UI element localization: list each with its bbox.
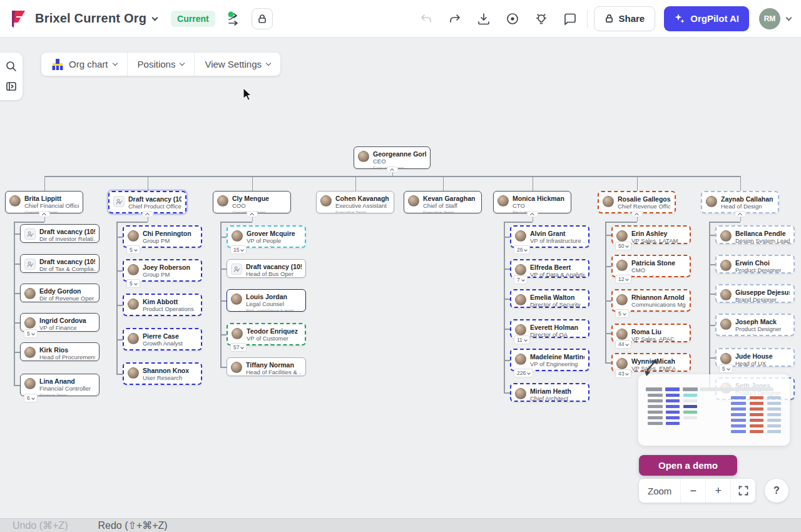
org-node[interactable]: Kirk RiosHead of Procurement [20, 342, 99, 361]
minimap-bar [767, 407, 781, 411]
report-count-badge[interactable]: 5 [126, 279, 140, 288]
account-chevron-down-icon[interactable] [786, 14, 792, 21]
org-node[interactable]: Cly MengueCOOOperations Team [213, 191, 291, 213]
zoom-label: Zoom [639, 486, 680, 496]
org-node[interactable]: Monica HickmanCTORecruitment [493, 191, 571, 213]
collapse-toggle[interactable] [387, 166, 398, 173]
app-header: Brixel Current Org Current [0, 0, 801, 38]
org-node[interactable]: Georgeanne GorkeCEOExecutive Team [354, 146, 431, 169]
org-node[interactable]: Patricia StoneCMOMarketing Team [611, 255, 691, 277]
report-count-badge[interactable]: 6 [24, 394, 38, 402]
search-icon[interactable] [3, 58, 20, 75]
report-count-badge[interactable]: 5 [24, 329, 38, 338]
org-node[interactable]: Lina AnandFinancial ControllerFinance Te… [20, 374, 99, 396]
title-chevron-down-icon[interactable] [152, 14, 158, 21]
minimap-bar [646, 387, 662, 391]
person-title: Chief of Staff [423, 202, 475, 210]
report-count-badge[interactable]: 15 [230, 245, 247, 254]
report-count-badge[interactable]: 57 [230, 343, 247, 352]
report-count-badge[interactable]: 50 [615, 242, 631, 250]
org-node[interactable]: Erwin ChoiProduct Designer [715, 255, 795, 274]
fullscreen-button[interactable] [730, 479, 755, 503]
org-node[interactable]: Pierre CaseGrowth AnalystProduct Team [123, 328, 202, 350]
share-button[interactable]: Share [594, 6, 656, 31]
orgpilot-ai-label: OrgPilot AI [690, 13, 739, 24]
org-chart-menu[interactable]: Org chart [41, 53, 127, 76]
org-node[interactable]: Alvin GrantVP of Infrastructure …Interna… [510, 225, 589, 248]
report-count-badge[interactable]: 5 [615, 309, 629, 318]
person-team: Risk, compliance & legal [246, 308, 293, 312]
user-avatar[interactable]: RM [759, 8, 780, 29]
person-title: Director of Security [530, 301, 581, 308]
org-node[interactable]: Draft vacancy (105…Head of Bus Oper [227, 259, 306, 278]
org-node[interactable]: Rosalie GallegosChief Revenue OfficerSal… [598, 191, 676, 213]
org-node[interactable]: Zaynab CallahanHead of DesignProduct Des… [701, 191, 779, 213]
zoom-in-button[interactable]: + [705, 479, 730, 503]
collapse-toggle[interactable] [39, 211, 50, 217]
report-count-badge[interactable]: 11 [514, 335, 530, 344]
collapse-toggle[interactable] [735, 211, 746, 217]
org-node[interactable]: Chi PenningtonGroup PMProduct Team [123, 225, 202, 248]
sync-connections-icon[interactable] [224, 8, 245, 29]
help-button[interactable]: ? [765, 479, 788, 503]
org-node[interactable]: Bellanca PendleDesign System Lead [715, 225, 795, 244]
orgpilot-ai-button[interactable]: OrgPilot AI [664, 6, 749, 31]
redo-icon[interactable] [444, 8, 466, 29]
view-settings-menu[interactable]: View Settings [194, 53, 280, 76]
report-count-badge[interactable]: 44 [615, 340, 631, 349]
collapse-toggle[interactable] [142, 211, 153, 217]
org-node[interactable]: Emelia WaltonDirector of Security [510, 289, 589, 308]
org-node[interactable]: Kevan GaraghanChief of StaffExecutive Te… [404, 191, 482, 213]
org-node[interactable]: Joseph MackProduct DesignerProduct Desig… [715, 314, 795, 336]
document-title[interactable]: Brixel Current Org [35, 11, 146, 26]
org-node[interactable]: Teodor EnriquezVP of CustomerOperations … [227, 323, 306, 345]
org-node[interactable]: Brita LippittChief Financial OfficerOper… [5, 191, 83, 213]
lock-icon[interactable] [252, 8, 273, 29]
avatar [217, 195, 228, 207]
person-name: Elfreda Beert [530, 263, 584, 271]
org-node[interactable]: Madeleine MartinezVP of EngineeringEngin… [510, 349, 589, 371]
open-panel-icon[interactable] [3, 78, 20, 95]
report-count-badge[interactable]: 5 [719, 364, 733, 373]
report-count-badge[interactable]: 5 [126, 245, 140, 254]
org-node[interactable]: Tiffany NormanHead of Facilities & … [227, 357, 306, 376]
download-icon[interactable] [473, 8, 494, 29]
person-name: Roma Liu [631, 328, 675, 335]
report-count-badge[interactable]: 43 [615, 369, 631, 378]
org-node[interactable]: Giuseppe DejesusBrand Designer [715, 284, 795, 303]
report-count-badge[interactable]: 12 [615, 275, 631, 284]
report-count-badge[interactable]: 26 [514, 245, 530, 254]
org-node[interactable]: Joey RobersonGroup PMProduct Team [123, 259, 202, 282]
app-logo-icon[interactable] [10, 9, 26, 28]
person-team: Product Design [735, 333, 781, 337]
tips-lightbulb-icon[interactable] [531, 8, 552, 29]
org-node[interactable]: Miriam HeathChief Architect [510, 383, 589, 402]
org-node[interactable]: Cohen KavanaghExecutive AssistantExecuti… [316, 191, 394, 213]
org-node[interactable]: Shannon KnoxUser ResearchProduct Team [123, 362, 202, 385]
org-chart-canvas[interactable]: Georgeanne GorkeCEOExecutive TeamBrita L… [0, 0, 801, 532]
org-node[interactable]: Eddy GordonDir of Revenue Oper [20, 284, 99, 302]
org-node[interactable]: Draft vacancy (105…Dir of Tax & Complia… [20, 254, 99, 273]
org-node[interactable]: Rhiannon ArnoldCommunications MgrCommuni… [611, 289, 691, 312]
minimap-bar [767, 419, 781, 422]
minimap-panel[interactable] [638, 374, 790, 446]
collapse-toggle[interactable] [527, 211, 538, 217]
minimap-bar [767, 424, 781, 427]
undo-icon[interactable] [416, 8, 437, 29]
collapse-toggle[interactable] [631, 211, 643, 217]
redo-shortcut-label[interactable]: Redo (⇧+⌘+Z) [98, 519, 167, 531]
positions-menu[interactable]: Positions [127, 53, 195, 76]
org-node[interactable]: Grover McquireVP of PeopleOperations Tea… [227, 225, 306, 248]
org-node[interactable]: Draft vacancy (105…Chief Product Officer… [108, 191, 186, 213]
comments-icon[interactable] [559, 8, 581, 29]
org-node[interactable]: Kim AbbottProduct OperationsProduct Team [123, 294, 202, 316]
report-count-badge[interactable]: 7 [514, 275, 528, 284]
collapse-toggle[interactable] [247, 211, 258, 217]
zoom-out-button[interactable]: − [680, 479, 705, 503]
report-count-badge[interactable]: 226 [514, 369, 533, 377]
view-mode-icon[interactable] [502, 8, 523, 29]
open-demo-button[interactable]: Open a demo [639, 455, 737, 476]
org-node[interactable]: Louis JordanLegal CounselRisk, complianc… [227, 289, 306, 312]
org-node[interactable]: Draft vacancy (105…Dir of Investor Relat… [20, 224, 99, 243]
undo-shortcut-label[interactable]: Undo (⌘+Z) [13, 519, 68, 531]
